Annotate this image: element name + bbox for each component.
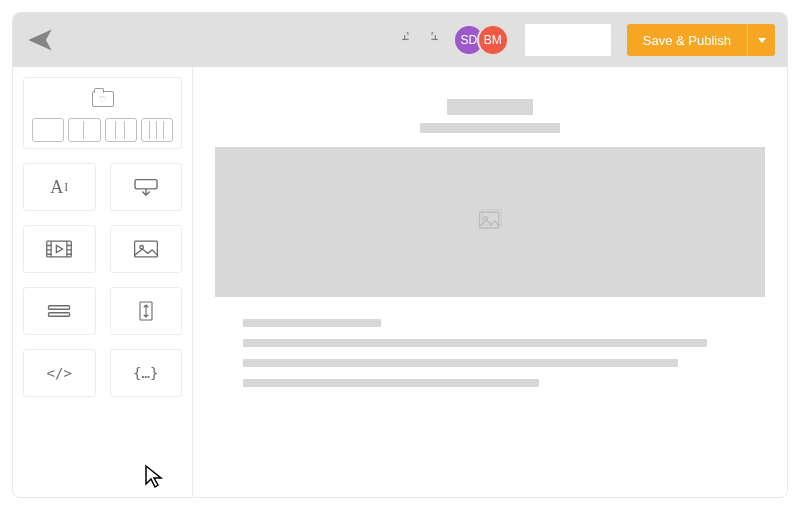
code-block[interactable]: </> xyxy=(23,349,96,397)
text-line xyxy=(243,359,678,367)
undo-button[interactable] xyxy=(401,31,419,49)
save-button-group: Save & Publish xyxy=(627,24,775,56)
history-controls xyxy=(401,31,439,49)
text-line xyxy=(243,319,381,327)
block-palette: AI </> {…} xyxy=(23,163,182,397)
text-block[interactable]: AI xyxy=(23,163,96,211)
layout-2col[interactable] xyxy=(68,118,100,142)
top-bar: SD BM Save & Publish xyxy=(13,13,787,67)
svg-rect-11 xyxy=(134,241,157,257)
avatar[interactable]: BM xyxy=(477,24,509,56)
svg-marker-10 xyxy=(57,246,63,253)
blocks-sidebar: AI </> {…} xyxy=(13,67,193,497)
app-logo xyxy=(25,25,55,55)
image-icon xyxy=(476,207,504,238)
svg-rect-14 xyxy=(49,313,70,317)
collaborator-avatars: SD BM xyxy=(453,24,509,56)
layout-panel xyxy=(23,77,182,149)
editor-body: AI </> {…} xyxy=(13,67,787,497)
svg-rect-13 xyxy=(49,306,70,310)
button-block[interactable] xyxy=(110,163,183,211)
spacer-block[interactable] xyxy=(110,287,183,335)
text-line xyxy=(243,379,539,387)
text-line xyxy=(243,339,707,347)
body-text-placeholder xyxy=(215,297,765,439)
email-header-placeholder xyxy=(215,85,765,143)
svg-rect-0 xyxy=(135,180,157,189)
save-publish-button[interactable]: Save & Publish xyxy=(627,24,747,56)
video-block[interactable] xyxy=(23,225,96,273)
snippet-block[interactable]: {…} xyxy=(110,349,183,397)
layout-3col[interactable] xyxy=(105,118,137,142)
divider-block[interactable] xyxy=(23,287,96,335)
chevron-down-icon xyxy=(758,38,766,43)
layout-4col[interactable] xyxy=(141,118,173,142)
title-placeholder xyxy=(447,99,533,115)
favorites-folder-icon[interactable] xyxy=(92,91,114,107)
save-options-dropdown[interactable] xyxy=(747,24,775,56)
app-window: SD BM Save & Publish xyxy=(12,12,788,498)
layout-1col[interactable] xyxy=(32,118,64,142)
search-input[interactable] xyxy=(525,24,611,56)
image-block[interactable] xyxy=(110,225,183,273)
subtitle-placeholder xyxy=(420,123,560,133)
redo-button[interactable] xyxy=(421,31,439,49)
column-layout-picker xyxy=(32,118,173,142)
hero-image-placeholder[interactable] xyxy=(215,147,765,297)
email-canvas[interactable] xyxy=(193,67,787,497)
